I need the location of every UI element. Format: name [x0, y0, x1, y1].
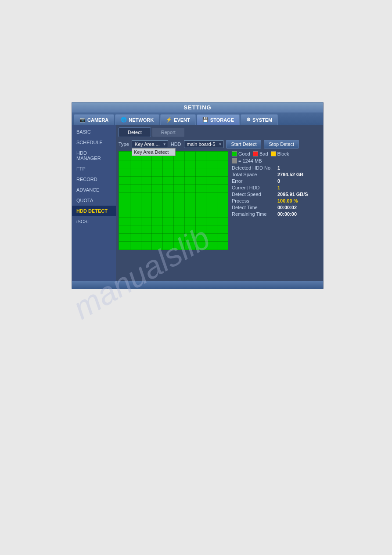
stat-value-5: 100.00 %	[277, 198, 298, 203]
block-size-item: = 1244 MB	[232, 158, 262, 163]
sidebar-item-advance[interactable]: ADVANCE	[72, 185, 116, 195]
storage-icon: 💾	[202, 117, 209, 123]
hdd-label: HDD	[171, 141, 181, 147]
event-icon: ⚡	[166, 117, 172, 123]
stat-row-0: Detected HDD No.1	[232, 165, 320, 170]
tab-camera-label: CAMERA	[87, 117, 108, 123]
main-content: Detect Report Type Key Area ... Key Area…	[116, 125, 323, 285]
stat-value-3: 1	[277, 185, 280, 190]
good-label: Good	[238, 151, 250, 156]
block-size-swatch	[232, 158, 237, 163]
stat-row-6: Detect Time00:00:02	[232, 205, 320, 210]
sidebar-item-hdd-detect[interactable]: HDD DETECT	[72, 206, 116, 216]
stat-label-0: Detected HDD No.	[232, 165, 276, 170]
tab-storage-label: STORAGE	[210, 117, 234, 123]
hdd-dropdown-display[interactable]: main board-5	[184, 140, 224, 148]
stats-container: Detected HDD No.1Total Space2794.52 GBEr…	[232, 165, 320, 217]
stat-row-3: Current HDD1	[232, 185, 320, 190]
good-color-swatch	[232, 151, 237, 156]
detect-area: Good Bad Block	[119, 151, 320, 250]
stat-label-2: Error	[232, 178, 276, 184]
type-dropdown-display[interactable]: Key Area ...	[132, 140, 168, 148]
hdd-visual	[119, 151, 228, 250]
sub-tabs: Detect Report	[119, 127, 320, 137]
sidebar-item-basic[interactable]: BASIC	[72, 127, 116, 137]
sub-tab-detect[interactable]: Detect	[119, 127, 151, 137]
stat-value-1: 2794.52 GB	[277, 172, 303, 177]
sidebar-item-iscsi[interactable]: iSCSI	[72, 216, 116, 227]
block-color-swatch	[271, 151, 276, 156]
sidebar-item-record[interactable]: RECORD	[72, 174, 116, 185]
stat-label-1: Total Space	[232, 172, 276, 177]
stat-label-3: Current HDD	[232, 185, 276, 190]
title-bar: SETTING	[72, 102, 323, 112]
block-size-row: = 1244 MB	[232, 158, 320, 163]
stat-value-4: 2095.91 GB/S	[277, 192, 308, 197]
stat-value-0: 1	[277, 165, 280, 170]
stat-row-7: Remaining Time00:00:00	[232, 211, 320, 217]
tab-event-label: EVENT	[174, 117, 190, 123]
sidebar-item-hdd-manager[interactable]: HDD MANAGER	[72, 148, 116, 163]
main-window: SETTING 📷 CAMERA 🌐 NETWORK ⚡ EVENT 💾 STO…	[72, 102, 324, 289]
camera-icon: 📷	[79, 117, 86, 123]
stat-row-5: Process100.00 %	[232, 198, 320, 203]
stat-label-5: Process	[232, 198, 276, 203]
tab-event[interactable]: ⚡ EVENT	[160, 114, 196, 125]
bottom-bar	[72, 281, 323, 289]
content-area: BASIC SCHEDULE HDD MANAGER FTP RECORD AD…	[72, 125, 323, 285]
stat-value-6: 00:00:02	[277, 205, 297, 210]
sidebar-item-quota[interactable]: QUOTA	[72, 195, 116, 206]
sub-tab-report[interactable]: Report	[152, 127, 185, 137]
bad-label: Bad	[259, 151, 268, 156]
tab-system-label: SYSTEM	[252, 117, 272, 123]
nav-tabs: 📷 CAMERA 🌐 NETWORK ⚡ EVENT 💾 STORAGE ⚙ S…	[72, 112, 323, 125]
block-label: Block	[277, 151, 289, 156]
type-dropdown-popup: Key Area Detect	[132, 148, 176, 156]
system-icon: ⚙	[246, 117, 251, 123]
type-dropdown[interactable]: Key Area ... Key Area Detect	[132, 140, 168, 148]
stat-value-7: 00:00:00	[277, 211, 297, 217]
tab-network-label: NETWORK	[129, 117, 154, 123]
legend-row: Good Bad Block	[232, 151, 320, 156]
network-icon: 🌐	[121, 117, 127, 123]
stop-detect-button[interactable]: Stop Detect	[264, 140, 298, 149]
sidebar-item-schedule[interactable]: SCHEDULE	[72, 137, 116, 148]
window-title: SETTING	[183, 104, 211, 111]
sidebar: BASIC SCHEDULE HDD MANAGER FTP RECORD AD…	[72, 125, 116, 285]
tab-system[interactable]: ⚙ SYSTEM	[241, 114, 278, 125]
sidebar-item-ftp[interactable]: FTP	[72, 163, 116, 174]
legend-bad: Bad	[253, 151, 268, 156]
tab-network[interactable]: 🌐 NETWORK	[115, 114, 159, 125]
tab-camera[interactable]: 📷 CAMERA	[74, 114, 114, 125]
stat-value-2: 0	[277, 178, 280, 184]
stat-row-1: Total Space2794.52 GB	[232, 172, 320, 177]
legend-good: Good	[232, 151, 250, 156]
controls-row: Type Key Area ... Key Area Detect HDD ma…	[119, 140, 320, 149]
legend-block: Block	[271, 151, 289, 156]
stat-row-4: Detect Speed2095.91 GB/S	[232, 192, 320, 197]
stats-panel: Good Bad Block	[232, 151, 320, 250]
stat-label-4: Detect Speed	[232, 192, 276, 197]
tab-storage[interactable]: 💾 STORAGE	[197, 114, 240, 125]
type-label: Type	[119, 141, 129, 147]
hdd-dropdown[interactable]: main board-5	[184, 140, 224, 148]
stat-row-2: Error0	[232, 178, 320, 184]
stat-label-6: Detect Time	[232, 205, 276, 210]
start-detect-button[interactable]: Start Detect	[226, 140, 261, 149]
block-size-label: = 1244 MB	[238, 158, 262, 163]
bad-color-swatch	[253, 151, 258, 156]
stat-label-7: Remaining Time	[232, 211, 276, 217]
